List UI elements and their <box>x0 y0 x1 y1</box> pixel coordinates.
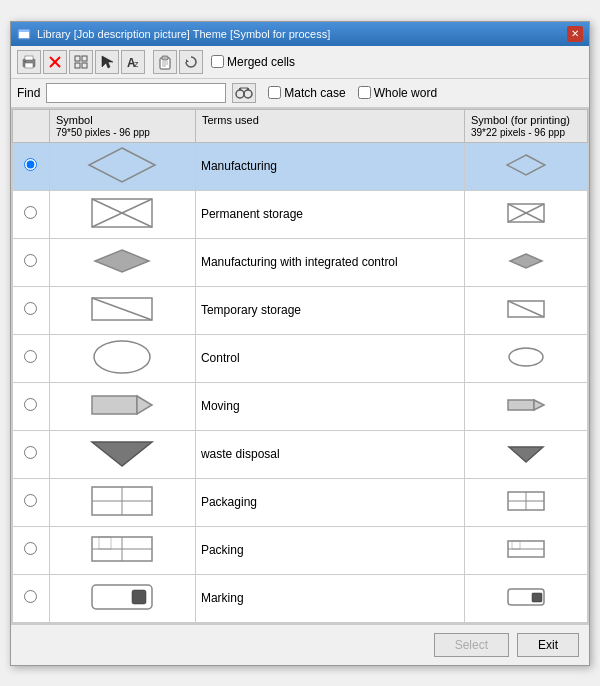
term-cell: Manufacturing <box>195 142 464 190</box>
temporary-storage-symbol-print <box>506 298 546 320</box>
row-radio[interactable] <box>24 398 37 411</box>
table-row[interactable]: Marking <box>13 574 588 622</box>
table-row[interactable]: waste disposal <box>13 430 588 478</box>
match-case-checkbox[interactable] <box>268 86 281 99</box>
radio-cell[interactable] <box>13 334 50 382</box>
table-row[interactable]: Temporary storage <box>13 286 588 334</box>
row-radio[interactable] <box>24 542 37 555</box>
svg-marker-26 <box>89 148 155 182</box>
term-cell: Manufacturing with integrated control <box>195 238 464 286</box>
refresh-button[interactable] <box>179 50 203 74</box>
svg-rect-1 <box>19 32 29 38</box>
row-radio[interactable] <box>24 494 37 507</box>
symbol-print-cell <box>464 142 587 190</box>
svg-line-39 <box>508 301 544 317</box>
control-symbol-print <box>506 346 546 368</box>
radio-cell[interactable] <box>13 238 50 286</box>
svg-marker-12 <box>102 56 113 68</box>
symbol-print-cell <box>464 526 587 574</box>
col-symbol-print: Symbol (for printing)39*22 pixels - 96 p… <box>464 109 587 142</box>
match-case-option[interactable]: Match case <box>268 86 345 100</box>
row-radio[interactable] <box>24 590 37 603</box>
row-radio[interactable] <box>24 350 37 363</box>
term-cell: Packaging <box>195 478 464 526</box>
select-tool-button[interactable] <box>95 50 119 74</box>
title-bar: Library [Job description picture] Theme … <box>11 22 589 46</box>
delete-button[interactable] <box>43 50 67 74</box>
radio-cell[interactable] <box>13 574 50 622</box>
refresh-icon <box>183 54 199 70</box>
radio-cell[interactable] <box>13 430 50 478</box>
svg-rect-5 <box>24 61 26 62</box>
print-button[interactable] <box>17 50 41 74</box>
radio-cell[interactable] <box>13 190 50 238</box>
temporary-storage-symbol <box>87 290 157 328</box>
row-radio[interactable] <box>24 158 37 171</box>
grid-button[interactable] <box>69 50 93 74</box>
radio-cell[interactable] <box>13 478 50 526</box>
merged-cells-option[interactable]: Merged cells <box>211 55 295 69</box>
term-cell: Moving <box>195 382 464 430</box>
row-radio[interactable] <box>24 446 37 459</box>
select-button[interactable]: Select <box>434 633 509 657</box>
svg-rect-42 <box>92 396 137 414</box>
close-button[interactable]: ✕ <box>567 26 583 42</box>
row-radio[interactable] <box>24 206 37 219</box>
arrow-icon <box>99 54 115 70</box>
svg-rect-44 <box>508 400 534 410</box>
table-row[interactable]: Packaging <box>13 478 588 526</box>
exit-button[interactable]: Exit <box>517 633 579 657</box>
text-button[interactable]: A z <box>121 50 145 74</box>
packing-symbol <box>87 530 157 568</box>
svg-marker-45 <box>534 400 544 410</box>
window-title: Library [Job description picture] Theme … <box>37 28 330 40</box>
table-header-row: Symbol79*50 pixles - 96 ppp Terms used S… <box>13 109 588 142</box>
row-radio[interactable] <box>24 302 37 315</box>
radio-cell[interactable] <box>13 286 50 334</box>
svg-rect-62 <box>132 590 146 604</box>
term-cell: Control <box>195 334 464 382</box>
main-window: Library [Job description picture] Theme … <box>10 21 590 666</box>
col-symbol: Symbol79*50 pixles - 96 ppp <box>49 109 195 142</box>
svg-marker-35 <box>510 254 542 268</box>
moving-symbol-print <box>506 394 546 416</box>
symbol-print-cell <box>464 334 587 382</box>
marking-symbol <box>87 578 157 616</box>
toolbar: A z Merged cells <box>11 46 589 79</box>
find-button[interactable] <box>232 83 256 103</box>
svg-marker-20 <box>186 59 189 62</box>
find-input[interactable] <box>46 83 226 103</box>
svg-rect-4 <box>25 63 33 68</box>
symbol-print-cell <box>464 574 587 622</box>
delete-icon <box>47 54 63 70</box>
term-cell: Packing <box>195 526 464 574</box>
table-row[interactable]: Moving <box>13 382 588 430</box>
svg-marker-27 <box>507 155 545 175</box>
find-bar: Find Match case Whole word <box>11 79 589 108</box>
radio-cell[interactable] <box>13 526 50 574</box>
table-row[interactable]: Control <box>13 334 588 382</box>
term-cell: waste disposal <box>195 430 464 478</box>
table-row[interactable]: Manufacturing <box>13 142 588 190</box>
row-radio[interactable] <box>24 254 37 267</box>
table-row[interactable]: Packing <box>13 526 588 574</box>
footer: Select Exit <box>11 624 589 665</box>
find-label: Find <box>17 86 40 100</box>
svg-rect-57 <box>99 537 111 549</box>
table-row[interactable]: Permanent storage <box>13 190 588 238</box>
whole-word-label: Whole word <box>374 86 437 100</box>
symbol-cell <box>49 430 195 478</box>
radio-cell[interactable] <box>13 142 50 190</box>
whole-word-option[interactable]: Whole word <box>358 86 437 100</box>
manufacturing-symbol <box>87 146 157 184</box>
svg-rect-64 <box>532 593 542 602</box>
radio-cell[interactable] <box>13 382 50 430</box>
merged-cells-checkbox[interactable] <box>211 55 224 68</box>
symbol-cell <box>49 526 195 574</box>
whole-word-checkbox[interactable] <box>358 86 371 99</box>
moving-symbol <box>87 386 157 424</box>
table-row[interactable]: Manufacturing with integrated control <box>13 238 588 286</box>
svg-rect-11 <box>82 63 87 68</box>
svg-marker-46 <box>92 442 152 466</box>
clipboard-button[interactable] <box>153 50 177 74</box>
